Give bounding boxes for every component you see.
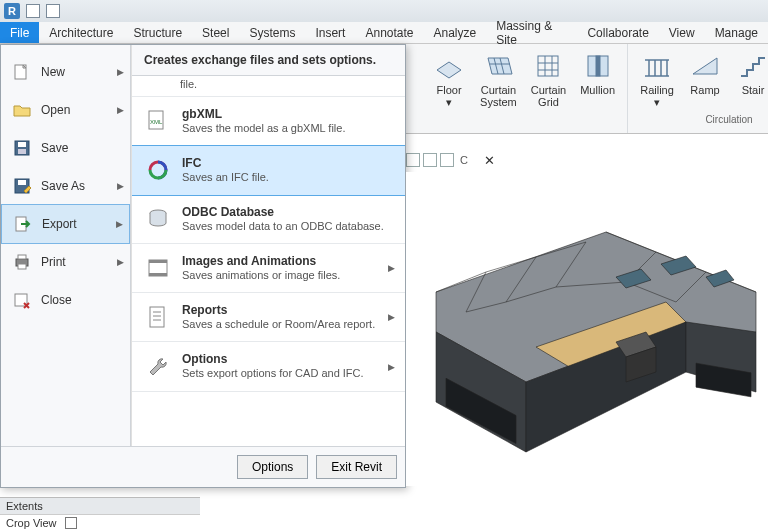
export-ifc[interactable]: IFCSaves an IFC file. [132, 145, 405, 195]
svg-rect-5 [538, 56, 558, 76]
mullion-button[interactable]: Mullion [576, 48, 619, 110]
film-icon [144, 254, 172, 282]
menu-label: Save [41, 141, 68, 155]
export-odbc[interactable]: ODBC DatabaseSaves model data to an ODBC… [132, 195, 405, 244]
wrench-icon [144, 352, 172, 380]
tab-annotate[interactable]: Annotate [355, 22, 423, 43]
export-title: Images and Animations [182, 254, 340, 268]
curtain-grid-button[interactable]: CurtainGrid [527, 48, 570, 110]
tab-file[interactable]: File [0, 22, 39, 43]
qat-icon[interactable] [46, 4, 60, 18]
tab-systems[interactable]: Systems [239, 22, 305, 43]
save-icon [11, 138, 33, 158]
ramp-button[interactable]: Ramp [684, 48, 726, 110]
new-icon [11, 62, 33, 82]
stair-icon [737, 50, 768, 82]
curtain-system-button[interactable]: CurtainSystem [476, 48, 521, 110]
ribbon-label: Curtain [481, 84, 516, 96]
svg-rect-26 [18, 180, 26, 185]
ribbon-label: Ramp [690, 84, 719, 96]
crop-view-checkbox[interactable] [65, 517, 77, 529]
tab-architecture[interactable]: Architecture [39, 22, 123, 43]
tab-collaborate[interactable]: Collaborate [577, 22, 658, 43]
ribbon-label: Mullion [580, 84, 615, 96]
close-tab-button[interactable]: ✕ [484, 153, 495, 168]
app-icon: R [4, 3, 20, 19]
menu-close[interactable]: Close [1, 281, 130, 319]
railing-button[interactable]: Railing ▾ [636, 48, 678, 110]
document-tab-bar: C ✕ [406, 148, 495, 172]
menu-label: Print [41, 255, 66, 269]
svg-text:XML: XML [150, 119, 163, 125]
export-options[interactable]: OptionsSets export options for CAD and I… [132, 342, 405, 391]
menu-label: Open [41, 103, 70, 117]
menu-print[interactable]: Print▶ [1, 243, 130, 281]
export-reports[interactable]: ReportsSaves a schedule or Room/Area rep… [132, 293, 405, 342]
tab-view[interactable]: View [659, 22, 705, 43]
3d-viewport[interactable] [406, 172, 768, 486]
title-bar: R [0, 0, 768, 22]
print-icon [11, 252, 33, 272]
menu-label: Close [41, 293, 72, 307]
menu-label: New [41, 65, 65, 79]
gbxml-icon: XML [144, 107, 172, 135]
ifc-icon [144, 156, 172, 184]
svg-rect-23 [18, 142, 26, 147]
tab-analyze[interactable]: Analyze [424, 22, 487, 43]
floor-button[interactable]: Floor ▾ [428, 48, 470, 110]
export-desc: Saves model data to an ODBC database. [182, 219, 384, 233]
chevron-right-icon: ▶ [388, 312, 395, 322]
export-desc: Saves a schedule or Room/Area report. [182, 317, 375, 331]
export-gbxml[interactable]: XML gbXMLSaves the model as a gbXML file… [132, 97, 405, 146]
qat-icon[interactable] [26, 4, 40, 18]
file-menu-left: New▶ Open▶ Save Save As▶ Export▶ Print▶ [1, 45, 131, 446]
file-menu-right: Creates exchange files and sets options.… [131, 45, 405, 446]
stair-button[interactable]: Stair [732, 48, 768, 110]
view-nav [406, 153, 454, 167]
ribbon-tabs: File Architecture Structure Steel System… [0, 22, 768, 44]
menu-open[interactable]: Open▶ [1, 91, 130, 129]
exit-revit-button[interactable]: Exit Revit [316, 455, 397, 479]
export-list: file. XML gbXMLSaves the model as a gbXM… [132, 76, 405, 446]
ribbon-group-build: Floor ▾ CurtainSystem CurtainGrid Mullio… [420, 44, 628, 133]
svg-rect-24 [18, 149, 26, 154]
railing-icon [641, 50, 673, 82]
svg-rect-30 [18, 264, 26, 269]
menu-label: Save As [41, 179, 85, 193]
export-title: Reports [182, 303, 375, 317]
export-title: IFC [182, 156, 269, 170]
close-icon [11, 290, 33, 310]
options-button[interactable]: Options [237, 455, 308, 479]
nav-icon[interactable] [406, 153, 420, 167]
menu-new[interactable]: New▶ [1, 53, 130, 91]
tab-structure[interactable]: Structure [123, 22, 192, 43]
property-row: Crop View [0, 515, 200, 531]
export-desc: Saves animations or image files. [182, 268, 340, 282]
svg-marker-18 [693, 58, 717, 74]
tab-insert[interactable]: Insert [305, 22, 355, 43]
tab-massing-site[interactable]: Massing & Site [486, 22, 577, 43]
chevron-right-icon: ▶ [388, 263, 395, 273]
ramp-icon [689, 50, 721, 82]
ribbon-group-circulation: Railing ▾ Ramp Stair A MocTex Circulatio… [628, 44, 768, 133]
export-images-animations[interactable]: Images and AnimationsSaves animations or… [132, 244, 405, 293]
export-icon [12, 214, 34, 234]
report-icon [144, 303, 172, 331]
svg-rect-36 [149, 260, 167, 263]
ribbon-label: Curtain [531, 84, 566, 96]
svg-marker-0 [437, 62, 461, 78]
menu-export[interactable]: Export▶ [1, 204, 130, 244]
mullion-icon [582, 50, 614, 82]
menu-save-as[interactable]: Save As▶ [1, 167, 130, 205]
tab-manage[interactable]: Manage [705, 22, 768, 43]
export-header: Creates exchange files and sets options. [132, 45, 405, 76]
nav-icon[interactable] [440, 153, 454, 167]
menu-save[interactable]: Save [1, 129, 130, 167]
export-desc: Sets export options for CAD and IFC. [182, 366, 364, 380]
tab-steel[interactable]: Steel [192, 22, 239, 43]
ribbon-group-label: Circulation [705, 114, 752, 125]
open-icon [11, 100, 33, 120]
nav-icon[interactable] [423, 153, 437, 167]
export-item-truncated[interactable]: file. [132, 76, 405, 97]
properties-section-header[interactable]: Extents [0, 498, 200, 515]
